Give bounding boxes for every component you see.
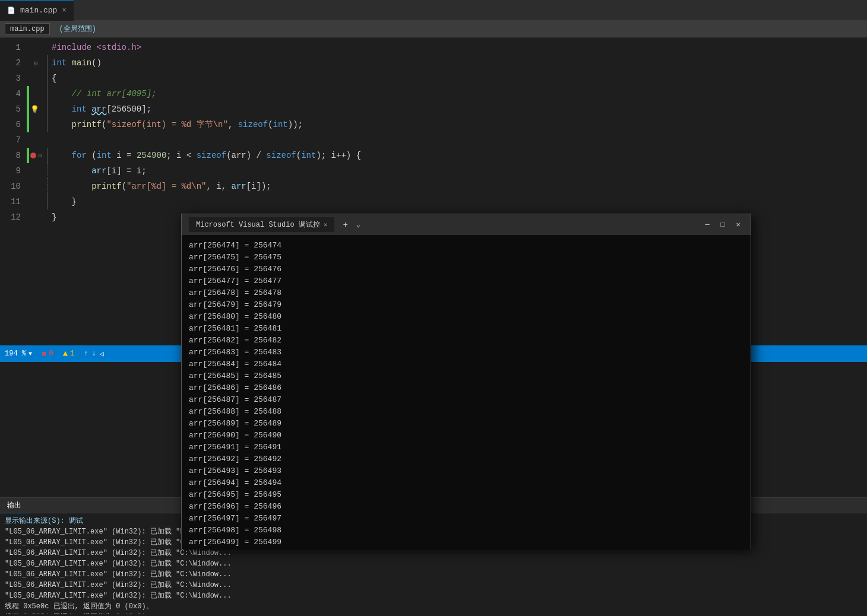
console-output-18: arr[256491] = 256491	[189, 442, 743, 453]
file-dropdown[interactable]: main.cpp	[5, 23, 50, 35]
output-line-8: 线程 0x5e0c 已退出, 返回值为 0 (0x0)。	[5, 601, 862, 612]
output-line-5: "L05_06_ARRAY_LIMIT.exe" (Win32): 已加载 "C…	[5, 569, 862, 580]
fold-icon-line8[interactable]: ⊟	[39, 152, 42, 159]
console-window-controls: ─ □ ✕	[702, 220, 743, 230]
up-nav-button[interactable]: ↑	[84, 350, 88, 358]
code-line-3: {	[52, 71, 361, 86]
code-line-4: // int arr[4095];	[52, 86, 361, 101]
warning-count[interactable]: ▲ 1	[63, 349, 75, 358]
error-icon: ✖	[42, 349, 46, 359]
fold-bar	[45, 37, 49, 481]
console-title-bar: Microsoft Visual Studio 调试控 ✕ + ⌄ ─ □ ✕	[182, 214, 751, 235]
console-tab-close-button[interactable]: ✕	[324, 221, 328, 228]
line5-bar	[27, 101, 29, 117]
down-nav-button[interactable]: ↓	[91, 350, 96, 358]
gutter-line-12	[27, 209, 45, 225]
console-output-14: arr[256487] = 256487	[189, 394, 743, 406]
gutter-line-7	[27, 132, 45, 148]
code-line-7	[52, 132, 361, 148]
zoom-value: 194 %	[5, 350, 26, 358]
gutter: ⊟ 💡 ⊟	[27, 37, 45, 481]
tab-close-button[interactable]: ×	[62, 7, 66, 15]
file-icon: 📄	[7, 7, 15, 14]
console-output-22: arr[256495] = 256495	[189, 489, 743, 501]
gutter-line-6	[27, 117, 45, 132]
nav-buttons: ↑ ↓ ◁	[84, 350, 104, 358]
scope-label: (全局范围)	[55, 23, 101, 35]
console-window: Microsoft Visual Studio 调试控 ✕ + ⌄ ─ □ ✕ …	[181, 214, 751, 549]
console-output-21: arr[256494] = 256494	[189, 477, 743, 489]
fold-icon-line2[interactable]: ⊟	[34, 59, 38, 67]
console-output-1: arr[256474] = 256474	[189, 240, 743, 252]
console-output-15: arr[256488] = 256488	[189, 406, 743, 418]
line6-bar	[27, 117, 29, 132]
console-tab[interactable]: Microsoft Visual Studio 调试控 ✕	[189, 217, 334, 232]
zoom-level[interactable]: 194 % ▼	[5, 350, 32, 358]
console-tab-label: Microsoft Visual Studio 调试控	[196, 220, 320, 230]
line8-bar	[27, 148, 29, 163]
console-output-19: arr[256492] = 256492	[189, 453, 743, 465]
console-output-8: arr[256481] = 256481	[189, 323, 743, 335]
console-output-3: arr[256476] = 256476	[189, 263, 743, 275]
warning-icon: ▲	[63, 349, 68, 358]
output-line-9: 线程 0x5354 已退出, 返回值为 0 (0x0)。	[5, 612, 862, 614]
output-source-label[interactable]: 显示输出来源(S): 调试	[5, 517, 83, 525]
gutter-line-5[interactable]: 💡	[27, 101, 45, 117]
line4-indicator	[27, 86, 29, 101]
console-output-13: arr[256486] = 256486	[189, 382, 743, 394]
zoom-dropdown[interactable]: ▼	[29, 351, 32, 357]
code-line-2: int main()	[52, 55, 361, 71]
toolbar: main.cpp (全局范围)	[0, 21, 867, 37]
console-output-25: arr[256498] = 256498	[189, 525, 743, 536]
console-output-2: arr[256475] = 256475	[189, 252, 743, 263]
tab-bar: 📄 main.cpp ×	[0, 0, 867, 21]
warning-number: 1	[70, 350, 74, 358]
console-title-left: Microsoft Visual Studio 调试控 ✕ + ⌄	[189, 217, 360, 232]
line-numbers: 1 2 3 4 5 6 7 8 9 10 11 12	[0, 37, 27, 481]
output-line-7: "L05_06_ARRAY_LIMIT.exe" (Win32): 已加载 "C…	[5, 590, 862, 601]
console-add-button[interactable]: +	[339, 220, 351, 230]
console-output-11: arr[256484] = 256484	[189, 358, 743, 370]
gutter-line-10	[27, 179, 45, 194]
maximize-button[interactable]: □	[717, 220, 728, 230]
active-tab[interactable]: 📄 main.cpp ×	[0, 0, 74, 21]
console-output-5: arr[256478] = 256478	[189, 287, 743, 299]
console-output-12: arr[256485] = 256485	[189, 370, 743, 382]
gutter-line-4	[27, 86, 45, 101]
console-output-4: arr[256477] = 256477	[189, 275, 743, 287]
output-line-4: "L05_06_ARRAY_LIMIT.exe" (Win32): 已加载 "C…	[5, 558, 862, 569]
code-line-5: int arr[256500];	[52, 101, 361, 117]
output-tab[interactable]: 输出	[0, 498, 29, 513]
console-output-26: arr[256499] = 256499	[189, 536, 743, 548]
output-line-6: "L05_06_ARRAY_LIMIT.exe" (Win32): 已加载 "C…	[5, 580, 862, 590]
console-chevron-button[interactable]: ⌄	[356, 220, 360, 229]
code-line-11: }	[52, 194, 361, 209]
console-output-23: arr[256496] = 256496	[189, 501, 743, 513]
code-line-6: printf("sizeof(int) = %d 字节\n", sizeof(i…	[52, 117, 361, 132]
prev-nav-button[interactable]: ◁	[100, 350, 104, 358]
console-output-16: arr[256489] = 256489	[189, 418, 743, 430]
code-line-8: for (int i = 254900; i < sizeof(arr) / s…	[52, 148, 361, 163]
gutter-line-9	[27, 163, 45, 179]
gutter-line-3	[27, 71, 45, 86]
minimize-button[interactable]: ─	[702, 220, 713, 230]
error-number: 0	[49, 350, 53, 358]
code-line-9: arr[i] = i;	[52, 163, 361, 179]
console-output-7: arr[256480] = 256480	[189, 311, 743, 323]
gutter-line-1	[27, 40, 45, 55]
console-output-20: arr[256493] = 256493	[189, 465, 743, 477]
console-output-24: arr[256497] = 256497	[189, 513, 743, 525]
console-output-9: arr[256482] = 256482	[189, 335, 743, 347]
tab-filename: main.cpp	[20, 6, 57, 15]
gutter-line-8[interactable]: ⊟	[27, 148, 45, 163]
gutter-line-11	[27, 194, 45, 209]
lightbulb-icon[interactable]: 💡	[30, 105, 39, 114]
code-line-10: printf("arr[%d] = %d\n", i, arr[i]);	[52, 179, 361, 194]
close-button[interactable]: ✕	[733, 220, 743, 230]
console-output-10: arr[256483] = 256483	[189, 347, 743, 358]
code-line-1: #include <stdio.h>	[52, 40, 361, 55]
gutter-line-2[interactable]: ⊟	[27, 55, 45, 71]
console-output-17: arr[256490] = 256490	[189, 430, 743, 442]
breakpoint-line8[interactable]	[30, 153, 36, 158]
error-count[interactable]: ✖ 0	[42, 349, 53, 359]
